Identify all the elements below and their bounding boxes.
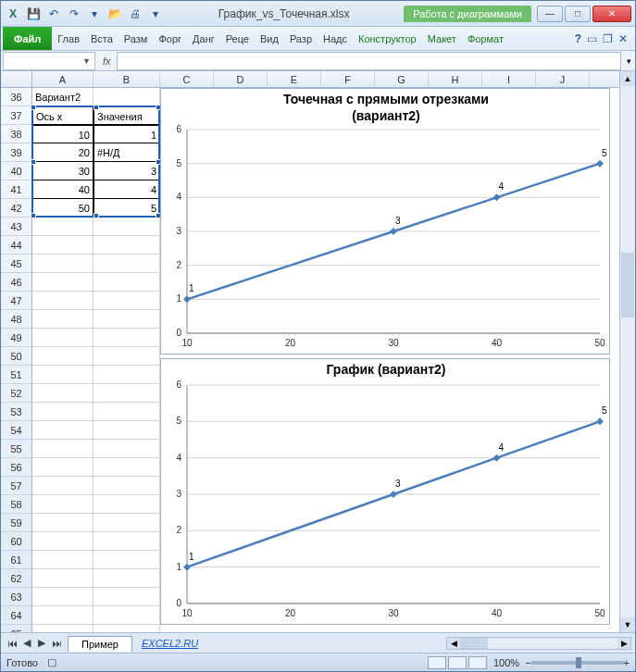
qat-more-icon[interactable]: ▾ — [86, 6, 103, 22]
save-icon[interactable]: 💾 — [25, 6, 42, 22]
sheet-credit-link[interactable]: EXCEL2.RU — [132, 638, 207, 649]
cell[interactable] — [32, 588, 94, 606]
hscroll-thumb[interactable] — [460, 638, 488, 649]
cell[interactable] — [94, 236, 160, 255]
row-header[interactable]: 60 — [1, 532, 31, 551]
cell[interactable]: 3 — [94, 162, 160, 180]
cell[interactable] — [32, 440, 94, 458]
cell[interactable] — [32, 514, 94, 532]
row-header[interactable]: 51 — [1, 366, 31, 384]
doc-restore-icon[interactable]: ❐ — [603, 32, 613, 45]
macro-record-icon[interactable]: ▢ — [47, 656, 56, 668]
row-header[interactable]: 50 — [1, 347, 31, 366]
name-box[interactable]: ▼ — [3, 52, 95, 70]
cell[interactable] — [32, 310, 94, 329]
vertical-scrollbar[interactable]: ▲ ▼ — [619, 71, 635, 632]
close-button[interactable]: ✕ — [592, 6, 631, 22]
cell[interactable] — [32, 625, 94, 632]
cell[interactable] — [94, 477, 160, 495]
page-layout-view-button[interactable] — [448, 656, 467, 669]
row-header[interactable]: 37 — [1, 106, 31, 125]
row-header[interactable]: 54 — [1, 421, 31, 440]
cell[interactable]: Значения — [94, 106, 160, 125]
row-header[interactable]: 36 — [1, 88, 31, 106]
cell[interactable]: #Н/Д — [94, 143, 160, 162]
row-header[interactable]: 47 — [1, 292, 31, 310]
print-preview-icon[interactable]: 🖨 — [127, 6, 143, 22]
cell[interactable] — [94, 458, 160, 477]
row-header[interactable]: 43 — [1, 218, 31, 236]
ribbon-tab[interactable]: Вид — [255, 27, 284, 50]
cell[interactable] — [32, 236, 94, 255]
cell[interactable] — [32, 273, 94, 292]
cell[interactable] — [94, 273, 160, 292]
undo-icon[interactable]: ↶ — [45, 6, 62, 22]
cells-layer[interactable]: Вариант2Ось хЗначения10120#Н/Д3034045050… — [32, 88, 635, 632]
row-header[interactable]: 44 — [1, 236, 31, 255]
name-box-dropdown-icon[interactable]: ▼ — [82, 56, 91, 66]
tab-nav-last-icon[interactable]: ⏭ — [49, 636, 64, 651]
cell[interactable]: 40 — [32, 180, 94, 199]
ribbon-tab[interactable]: Надс — [318, 27, 353, 50]
ribbon-tab[interactable]: Разм — [118, 27, 154, 50]
file-tab[interactable]: Файл — [3, 27, 52, 50]
maximize-button[interactable]: □ — [565, 6, 591, 22]
zoom-in-icon[interactable]: + — [624, 657, 630, 668]
ribbon-tab[interactable]: Реце — [220, 27, 255, 50]
cell[interactable] — [32, 569, 94, 588]
cell[interactable] — [94, 569, 160, 588]
zoom-slider[interactable] — [531, 661, 624, 665]
cell[interactable] — [94, 384, 160, 403]
ribbon-tab-context[interactable]: Макет — [422, 27, 462, 50]
column-header[interactable]: I — [482, 71, 536, 87]
cell[interactable] — [94, 588, 160, 606]
cell[interactable] — [32, 458, 94, 477]
cell[interactable] — [94, 88, 160, 106]
column-header[interactable]: J — [536, 71, 590, 87]
ribbon-tab-context[interactable]: Конструктор — [353, 27, 422, 50]
cell[interactable] — [32, 329, 94, 347]
redo-icon[interactable]: ↷ — [66, 6, 82, 22]
cell[interactable] — [32, 421, 94, 440]
cell[interactable] — [94, 403, 160, 421]
minimize-button[interactable]: — — [537, 6, 563, 22]
cell[interactable] — [94, 347, 160, 366]
cell[interactable] — [32, 218, 94, 236]
select-all-corner[interactable] — [1, 71, 32, 87]
ribbon-tab[interactable]: Данг — [187, 27, 220, 50]
cell[interactable] — [94, 421, 160, 440]
zoom-level[interactable]: 100% — [493, 657, 519, 668]
cell[interactable]: 4 — [94, 180, 160, 199]
cell[interactable] — [94, 366, 160, 384]
cell[interactable]: 10 — [32, 125, 94, 143]
cell[interactable] — [94, 532, 160, 551]
scroll-right-icon[interactable]: ▶ — [617, 638, 630, 649]
cell[interactable]: 1 — [94, 125, 160, 143]
ribbon-tab[interactable]: Вста — [85, 27, 118, 50]
fx-icon[interactable]: fx — [97, 56, 117, 67]
scroll-left-icon[interactable]: ◀ — [447, 638, 460, 649]
cell[interactable] — [94, 551, 160, 569]
cell[interactable] — [94, 292, 160, 310]
formula-input[interactable] — [117, 52, 621, 70]
chart-object[interactable]: 012345610203040501345Точечная с прямыми … — [160, 88, 610, 355]
row-header[interactable]: 53 — [1, 403, 31, 421]
cell[interactable]: 30 — [32, 162, 94, 180]
ribbon-tab[interactable]: Форг — [153, 27, 187, 50]
sheet-tab-active[interactable]: Пример — [68, 636, 132, 652]
doc-close-icon[interactable]: ✕ — [618, 32, 628, 45]
collapse-ribbon-icon[interactable]: ▭ — [587, 32, 597, 45]
row-header[interactable]: 62 — [1, 569, 31, 588]
horizontal-scrollbar[interactable]: ◀ ▶ — [446, 637, 631, 650]
column-header[interactable]: C — [160, 71, 214, 87]
row-header[interactable]: 38 — [1, 125, 31, 143]
vscroll-thumb[interactable] — [621, 253, 634, 317]
row-header[interactable]: 40 — [1, 162, 31, 180]
open-icon[interactable]: 📂 — [106, 6, 123, 22]
row-header[interactable]: 58 — [1, 495, 31, 514]
column-header[interactable]: F — [321, 71, 375, 87]
column-header[interactable]: G — [375, 71, 429, 87]
cell[interactable] — [32, 347, 94, 366]
scroll-down-icon[interactable]: ▼ — [620, 617, 635, 632]
ribbon-tab-context[interactable]: Формат — [462, 27, 509, 50]
